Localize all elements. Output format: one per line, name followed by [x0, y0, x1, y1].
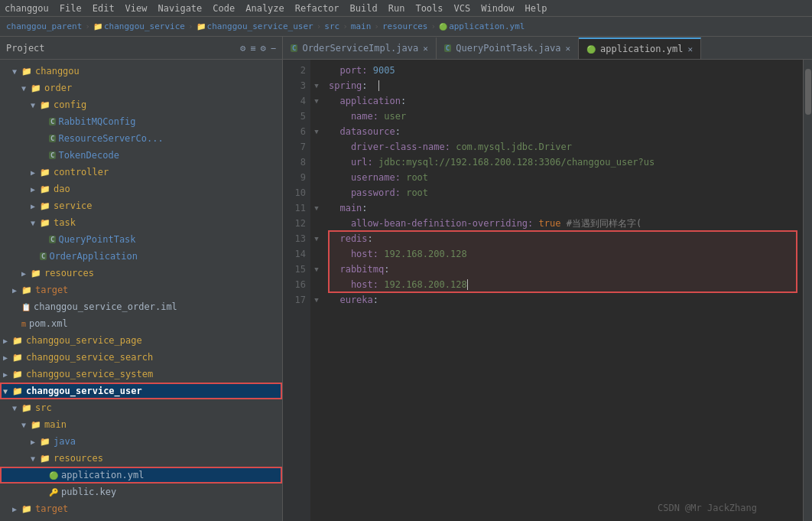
arrow-java: ▶	[31, 438, 40, 446]
scrollbar-thumb[interactable]	[805, 69, 811, 115]
tab-application-yml[interactable]: 🟢 application.yml ✕	[579, 37, 701, 59]
fold-17[interactable]: ▼	[310, 292, 323, 308]
key-icon: 🔑	[49, 488, 58, 497]
tree-changgou[interactable]: ▼ 📁 changgou	[0, 63, 282, 80]
tree-public-key[interactable]: 🔑 public.key	[0, 484, 282, 500]
tree-order-iml[interactable]: 📋 changgou_service_order.iml	[0, 298, 282, 315]
tree-order[interactable]: ▼ 📁 order	[0, 80, 282, 96]
tree-label: resources	[54, 453, 103, 464]
tree-service[interactable]: ▶ 📁 service	[0, 197, 282, 214]
close-tab-orderserviceimpl[interactable]: ✕	[423, 44, 428, 54]
menu-build[interactable]: Build	[350, 3, 378, 14]
tree-application-yml[interactable]: 🟢 application.yml	[0, 467, 282, 484]
java-icon: C	[291, 44, 297, 52]
settings-icon[interactable]: ⚙	[261, 43, 266, 54]
arrow-controller: ▶	[31, 168, 40, 177]
fold-15[interactable]: ▼	[310, 262, 323, 277]
folder-icon: 📁	[21, 403, 32, 413]
gear-icon[interactable]: ⚙	[240, 43, 245, 54]
tree-controller[interactable]: ▶ 📁 controller	[0, 164, 282, 181]
iml-icon: 📋	[21, 303, 31, 311]
tree-label: changgou_service_search	[26, 352, 153, 363]
sidebar-tree[interactable]: ▼ 📁 changgou ▼ 📁 order ▼ 📁 config C Rabb…	[0, 60, 282, 521]
tree-user[interactable]: ▼ 📁 changgou_service_user	[0, 383, 282, 399]
code-line-14: host: 192.168.200.128	[329, 246, 797, 262]
fold-4[interactable]: ▼	[310, 93, 323, 109]
fold-11[interactable]: ▼	[310, 200, 323, 216]
tree-system[interactable]: ▶ 📁 changgou_service_system	[0, 366, 282, 383]
fold-3[interactable]: ▼	[310, 78, 323, 93]
class-icon: C	[49, 151, 56, 159]
code-line-3: spring:	[329, 78, 797, 93]
tab-orderserviceimpl[interactable]: C OrderServiceImpl.java ✕	[283, 37, 437, 59]
menu-analyze[interactable]: Analyze	[245, 3, 284, 14]
breadcrumb-application-yml[interactable]: 🟢 application.yml	[439, 21, 525, 31]
tree-resources-user[interactable]: ▼ 📁 resources	[0, 450, 282, 467]
menu-help[interactable]: Help	[525, 3, 547, 14]
tree-target-order[interactable]: ▶ 📁 target	[0, 282, 282, 298]
menu-file[interactable]: File	[60, 3, 82, 14]
tree-rabbitmq-config[interactable]: C RabbitMQConfig	[0, 113, 282, 130]
folder-icon: 📁	[12, 370, 23, 379]
menu-app[interactable]: changgou	[5, 3, 49, 14]
breadcrumb-changgou-service[interactable]: 📁 changgou_service	[93, 21, 185, 31]
tree-config[interactable]: ▼ 📁 config	[0, 96, 282, 113]
breadcrumb-main[interactable]: main	[351, 21, 372, 31]
tree-main-user[interactable]: ▼ 📁 main	[0, 416, 282, 433]
tree-java-user[interactable]: ▶ 📁 java	[0, 433, 282, 450]
code-editor[interactable]: 2 3 4 5 6 7 8 9 10 11 12 13 14 15 16 17	[283, 60, 812, 521]
tree-dao[interactable]: ▶ 📁 dao	[0, 181, 282, 197]
tree-order-application[interactable]: C OrderApplication	[0, 248, 282, 265]
arrow-order: ▼	[21, 84, 31, 93]
tree-page[interactable]: ▶ 📁 changgou_service_page	[0, 332, 282, 349]
minus-icon[interactable]: −	[271, 43, 276, 54]
folder-icon: 📁	[12, 353, 23, 363]
code-content[interactable]: port: 9005 spring: application: name: us…	[323, 60, 803, 521]
tree-user-iml[interactable]: 📋 changgou_service_user.iml	[0, 517, 282, 521]
menu-vcs[interactable]: VCS	[454, 3, 471, 14]
fold-2[interactable]	[310, 63, 323, 78]
tree-resource-server[interactable]: C ResourceServerCo...	[0, 130, 282, 147]
fold-13[interactable]: ▼	[310, 231, 323, 246]
tree-src-user[interactable]: ▼ 📁 src	[0, 399, 282, 416]
menu-window[interactable]: Window	[481, 3, 514, 14]
tree-query-point-task[interactable]: C QueryPointTask	[0, 231, 282, 248]
tree-label: config	[54, 99, 86, 110]
menu-run[interactable]: Run	[388, 3, 405, 14]
menu-refactor[interactable]: Refactor	[295, 3, 339, 14]
fold-6[interactable]: ▼	[310, 124, 323, 139]
code-line-7: driver-class-name: com.mysql.jdbc.Driver	[329, 139, 797, 155]
tree-pom[interactable]: m pom.xml	[0, 315, 282, 332]
menu-navigate[interactable]: Navigate	[158, 3, 203, 14]
breadcrumb-resources[interactable]: resources	[382, 21, 428, 31]
breadcrumb-src[interactable]: src	[324, 21, 339, 31]
tree-resources-order[interactable]: ▶ 📁 resources	[0, 265, 282, 282]
close-tab-yml[interactable]: ✕	[687, 44, 693, 54]
tree-token-decode[interactable]: C TokenDecode	[0, 147, 282, 164]
tab-querypoint[interactable]: C QueryPointTask.java ✕	[437, 37, 579, 59]
breadcrumb-changgou-service-user[interactable]: 📁 changgou_service_user	[197, 21, 313, 31]
java-icon2: C	[444, 44, 451, 52]
tab-label: QueryPointTask.java	[456, 43, 560, 54]
arrow-search: ▶	[3, 353, 12, 362]
right-scrollbar[interactable]	[803, 60, 812, 521]
tree-label: order	[44, 83, 72, 93]
breadcrumb-changgou-parent[interactable]: changgou_parent	[6, 21, 82, 31]
tree-task[interactable]: ▼ 📁 task	[0, 214, 282, 231]
folder-icon: 📁	[40, 201, 50, 211]
menu-bar: changgou File Edit View Navigate Code An…	[0, 0, 812, 17]
code-line-6: datasource:	[329, 124, 797, 139]
menu-code[interactable]: Code	[213, 3, 235, 14]
menu-view[interactable]: View	[125, 3, 148, 14]
arrow-page: ▶	[3, 337, 12, 345]
equals-icon[interactable]: ≡	[250, 43, 255, 54]
close-tab-querypoint[interactable]: ✕	[565, 44, 570, 54]
arrow-config: ▼	[31, 101, 40, 109]
tree-target-user[interactable]: ▶ 📁 target	[0, 500, 282, 517]
menu-edit[interactable]: Edit	[93, 3, 115, 14]
tree-label: java	[54, 436, 76, 447]
tree-search[interactable]: ▶ 📁 changgou_service_search	[0, 349, 282, 366]
folder-icon: 📁	[31, 420, 41, 430]
menu-tools[interactable]: Tools	[415, 3, 443, 14]
arrow-src: ▼	[12, 404, 21, 412]
